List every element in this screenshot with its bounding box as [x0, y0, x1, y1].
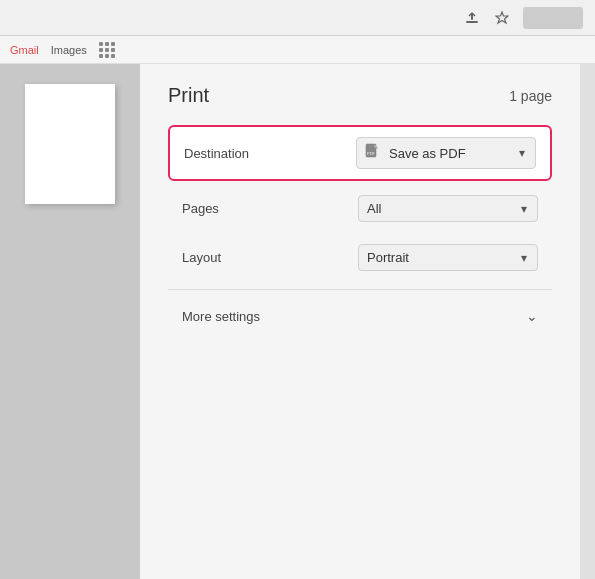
print-header: Print 1 page: [168, 84, 552, 107]
pages-dropdown[interactable]: All ▾: [358, 195, 538, 222]
destination-label: Destination: [184, 146, 274, 161]
apps-grid-icon[interactable]: [99, 42, 115, 58]
print-title: Print: [168, 84, 209, 107]
avatar: [523, 7, 583, 29]
destination-dropdown[interactable]: PDF Save as PDF ▾: [356, 137, 536, 169]
layout-label: Layout: [182, 250, 272, 265]
star-icon[interactable]: [493, 9, 511, 27]
pages-label: Pages: [182, 201, 272, 216]
svg-text:PDF: PDF: [367, 151, 376, 156]
pages-chevron-icon: ▾: [521, 202, 527, 216]
top-bar-icons: [463, 7, 583, 29]
destination-chevron-icon: ▾: [519, 146, 525, 160]
main-area: Print 1 page Destination PDF Save as PDF…: [0, 64, 595, 579]
bookmarks-bar: Gmail Images: [0, 36, 595, 64]
divider: [168, 289, 552, 290]
top-bar: [0, 0, 595, 36]
bookmark-gmail[interactable]: Gmail: [10, 44, 39, 56]
layout-chevron-icon: ▾: [521, 251, 527, 265]
page-count: 1 page: [509, 88, 552, 104]
more-settings-chevron-icon: ⌄: [526, 308, 538, 324]
svg-rect-0: [466, 21, 478, 23]
more-settings-label: More settings: [182, 309, 260, 324]
layout-dropdown[interactable]: Portrait ▾: [358, 244, 538, 271]
pages-value: All: [367, 201, 515, 216]
right-clip: [580, 64, 595, 579]
layout-row: Layout Portrait ▾: [168, 234, 552, 281]
print-panel: Print 1 page Destination PDF Save as PDF…: [140, 64, 580, 579]
destination-value: Save as PDF: [389, 146, 513, 161]
bookmark-images[interactable]: Images: [51, 44, 87, 56]
preview-sidebar: [0, 64, 140, 579]
more-settings-row[interactable]: More settings ⌄: [168, 298, 552, 334]
layout-value: Portrait: [367, 250, 515, 265]
upload-icon[interactable]: [463, 9, 481, 27]
destination-row: Destination PDF Save as PDF ▾: [168, 125, 552, 181]
pdf-icon: PDF: [365, 143, 383, 163]
pages-row: Pages All ▾: [168, 185, 552, 232]
preview-page: [25, 84, 115, 204]
